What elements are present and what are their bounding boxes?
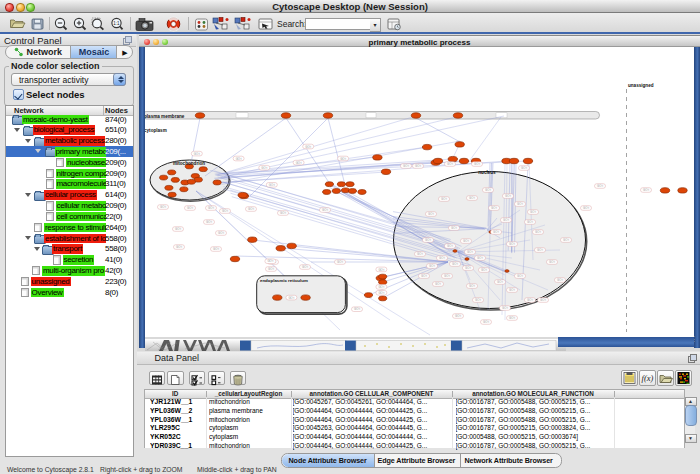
svg-text:GO:t: GO:t <box>447 244 453 248</box>
svg-text:GO:t: GO:t <box>421 274 427 278</box>
svg-text:GO:t: GO:t <box>269 183 275 187</box>
svg-text:GO:t: GO:t <box>222 209 228 213</box>
svg-text:GO:t: GO:t <box>455 314 461 318</box>
svg-text:GO:t: GO:t <box>429 264 435 268</box>
svg-text:GO:t: GO:t <box>268 267 274 271</box>
svg-text:GO:t: GO:t <box>483 320 489 324</box>
svg-text:GO:t: GO:t <box>521 166 527 170</box>
svg-text:GO:t: GO:t <box>236 157 242 161</box>
svg-text:GO:t: GO:t <box>469 196 475 200</box>
svg-text:GO:t: GO:t <box>537 248 543 252</box>
svg-text:GO:t: GO:t <box>509 316 515 320</box>
svg-text:GO:t: GO:t <box>175 227 181 231</box>
svg-text:GO:t: GO:t <box>497 280 503 284</box>
svg-text:GO:t: GO:t <box>417 252 423 256</box>
svg-text:GO:t: GO:t <box>261 166 267 170</box>
svg-text:GO:t: GO:t <box>322 208 328 212</box>
svg-text:GO:t: GO:t <box>288 296 294 300</box>
svg-text:endoplasmic reticulum: endoplasmic reticulum <box>260 278 308 283</box>
svg-text:GO:t: GO:t <box>441 197 447 201</box>
svg-text:GO:t: GO:t <box>469 284 475 288</box>
svg-text:GO:t: GO:t <box>485 188 491 192</box>
svg-text:GO:t: GO:t <box>505 194 511 198</box>
svg-text:GO:t: GO:t <box>194 152 200 156</box>
svg-text:GO:t: GO:t <box>378 291 384 295</box>
svg-text:GO:t: GO:t <box>540 298 546 302</box>
svg-text:GO:t: GO:t <box>425 238 431 242</box>
svg-text:GO:t: GO:t <box>187 206 193 210</box>
svg-text:GO:t: GO:t <box>208 206 214 210</box>
svg-text:GO:t: GO:t <box>176 245 182 249</box>
svg-text:GO:t: GO:t <box>509 288 515 292</box>
svg-text:GO:t: GO:t <box>597 184 603 188</box>
svg-text:GO:t: GO:t <box>502 306 508 310</box>
svg-text:GO:t: GO:t <box>428 212 434 216</box>
svg-text:GO:t: GO:t <box>439 256 445 260</box>
svg-text:GO:t: GO:t <box>267 259 273 263</box>
svg-text:GO:t: GO:t <box>444 274 450 278</box>
svg-text:GO:t: GO:t <box>435 282 441 286</box>
svg-text:GO:t: GO:t <box>206 220 212 224</box>
svg-text:1:1: 1:1 <box>113 21 120 26</box>
svg-text:GO:t: GO:t <box>493 230 499 234</box>
svg-text:GO:t: GO:t <box>403 164 409 168</box>
svg-text:GO:t: GO:t <box>477 256 483 260</box>
svg-text:GO:t: GO:t <box>340 157 346 161</box>
svg-text:GO:t: GO:t <box>280 211 286 215</box>
svg-text:GO:t: GO:t <box>491 206 497 210</box>
svg-text:GO:t: GO:t <box>509 242 515 246</box>
svg-text:GO:t: GO:t <box>302 265 308 269</box>
svg-text:GO:t: GO:t <box>415 164 421 168</box>
svg-text:f(x): f(x) <box>642 373 654 383</box>
svg-text:GO:t: GO:t <box>213 247 219 251</box>
svg-text:GO:t: GO:t <box>467 250 473 254</box>
svg-text:unassigned: unassigned <box>628 83 654 88</box>
svg-text:GO:t: GO:t <box>451 226 457 230</box>
svg-text:GO:t: GO:t <box>248 207 254 211</box>
svg-text:GO:t: GO:t <box>643 188 649 192</box>
svg-text:GO:t: GO:t <box>452 262 458 266</box>
svg-text:GO:t: GO:t <box>517 274 523 278</box>
svg-text:GO:t: GO:t <box>481 268 487 272</box>
svg-text:GO:t: GO:t <box>305 145 311 149</box>
svg-text:cytoplasm: cytoplasm <box>145 128 167 133</box>
svg-text:mitochondrion: mitochondrion <box>173 161 205 166</box>
svg-text:GO:t: GO:t <box>535 230 541 234</box>
svg-text:GO:t: GO:t <box>463 239 469 243</box>
svg-text:GO:t: GO:t <box>549 260 555 264</box>
svg-text:GO:t: GO:t <box>354 307 360 311</box>
svg-text:GO:t: GO:t <box>337 260 343 264</box>
svg-text:GO:t: GO:t <box>160 205 166 209</box>
svg-text:GO:t: GO:t <box>474 162 480 166</box>
svg-text:GO:t: GO:t <box>583 206 589 210</box>
svg-text:nucleus: nucleus <box>478 170 496 175</box>
svg-text:GO:t: GO:t <box>563 238 569 242</box>
svg-text:GO:t: GO:t <box>296 161 302 165</box>
svg-text:GO:t: GO:t <box>527 220 533 224</box>
svg-text:GO:t: GO:t <box>475 298 481 302</box>
svg-text:GO:t: GO:t <box>503 218 509 222</box>
svg-text:GO:t: GO:t <box>517 202 523 206</box>
svg-text:GO:t: GO:t <box>527 298 533 302</box>
svg-text:plasma membrane: plasma membrane <box>145 114 185 119</box>
svg-text:GO:t: GO:t <box>378 285 384 289</box>
svg-text:GO:t: GO:t <box>378 268 384 272</box>
svg-text:GO:t: GO:t <box>218 231 224 235</box>
svg-text:GO:t: GO:t <box>447 162 453 166</box>
svg-text:GO:t: GO:t <box>530 210 536 214</box>
svg-text:GO:t: GO:t <box>557 278 563 282</box>
svg-text:GO:t: GO:t <box>465 266 471 270</box>
